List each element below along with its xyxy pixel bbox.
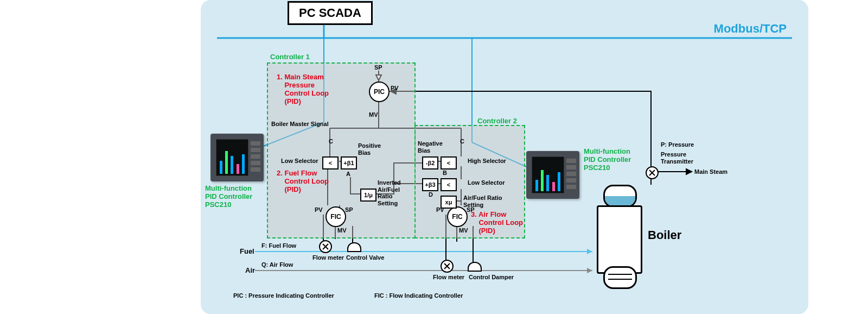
fic-fuel-node: FIC: [326, 206, 346, 227]
pic-node: PIC: [369, 81, 390, 102]
sp-tag-pic: SP: [374, 64, 382, 71]
svg-marker-7: [587, 249, 592, 254]
air-control-damper-icon: [468, 262, 482, 272]
air-damper-tag: Control Damper: [469, 274, 514, 281]
svg-marker-33: [686, 169, 692, 174]
high-selector: <: [441, 156, 457, 169]
bus-label: Modbus/TCP: [714, 22, 787, 35]
bias-pos-b3: +β3: [422, 178, 438, 191]
burner-icon: [603, 266, 637, 289]
psc210-device-left: [210, 134, 264, 181]
pressure-tx-tag: Pressure Transmitter: [661, 151, 693, 165]
fuel-control-valve-icon: [347, 242, 361, 252]
psc210-device-right: [526, 151, 579, 199]
bias-neg-b2: -β2: [422, 156, 438, 169]
mv-tag-fic-r: MV: [459, 227, 468, 234]
steam-drum-icon: [603, 185, 637, 208]
pos-bias-tag: Positive Bias: [358, 142, 381, 156]
c-tag-left: C: [329, 138, 333, 145]
inv-ratio-box: 1/μ: [360, 189, 376, 202]
a-tag: A: [346, 171, 350, 178]
psc210-label-left: Multi-function PID Controller PSC210: [205, 185, 252, 209]
fuel-valve-tag: Control Valve: [346, 254, 384, 261]
inv-ratio-tag: Inverted Air/Fuel Ratio Setting: [378, 179, 401, 207]
sp-tag-fic-r: SP: [467, 206, 475, 213]
pc-scada-box: PC SCADA: [288, 1, 373, 25]
c-tag-right: C: [460, 138, 464, 145]
low-sel-right-tag: Low Selector: [468, 179, 505, 186]
neg-bias-tag: Negative Bias: [418, 140, 443, 154]
pressure-transmitter-icon: [646, 166, 659, 179]
low-selector-right: <: [441, 178, 457, 191]
svg-marker-9: [587, 268, 592, 273]
mv-tag-pic: MV: [369, 111, 378, 118]
controller-1-title: Controller 1: [270, 53, 310, 61]
b-tag: B: [443, 169, 447, 177]
main-steam-tag: Main Steam: [694, 168, 727, 175]
bms-tag: Boiler Master Signal: [271, 121, 329, 128]
controller-2-title: Controller 2: [477, 117, 517, 125]
psc210-label-right: Multi-function PID Controller PSC210: [584, 148, 631, 172]
low-selector-left: <: [322, 156, 339, 169]
d-tag: D: [429, 191, 433, 198]
boiler-vessel-icon: [597, 205, 642, 274]
loop-3-label: 3. Air Flow Control Loop (PID): [471, 211, 523, 235]
mv-tag-fic-l: MV: [337, 227, 347, 234]
fic-air-node: FIC: [447, 206, 468, 227]
low-sel-left-tag: Low Selector: [281, 158, 318, 165]
loop-2-label: 2. Fuel Flow Control Loop (PID): [277, 169, 329, 194]
diagram-panel: PC SCADA Modbus/TCP Controller 1 Control…: [201, 0, 808, 314]
air-pipe-label: Air: [245, 267, 255, 275]
high-sel-tag: High Selector: [468, 158, 506, 165]
pv-tag-fic-r: PV: [436, 206, 444, 213]
loop-1-label: 1. Main Steam Pressure Control Loop (PID…: [277, 73, 329, 106]
legend-fic: FIC : Flow Indicating Controller: [374, 292, 463, 299]
q-def-tag: Q: Air Flow: [261, 261, 293, 268]
pv-tag-fic-l: PV: [315, 206, 323, 213]
f-def-tag: F: Fuel Flow: [261, 242, 296, 249]
bias-pos-b1: +β1: [341, 156, 357, 169]
fuel-pipe-label: Fuel: [240, 248, 254, 256]
air-flowmeter-tag: Flow meter: [433, 274, 464, 281]
legend-pic: PIC : Pressure Indicating Controller: [233, 292, 334, 299]
boiler-label: Boiler: [648, 228, 681, 242]
fuel-flow-meter-icon: [319, 240, 332, 253]
p-pressure-tag: P: Pressure: [661, 141, 694, 148]
sp-tag-fic-l: SP: [345, 206, 353, 213]
pv-tag-pic: PV: [391, 85, 399, 92]
fuel-flowmeter-tag: Flow meter: [312, 254, 344, 261]
air-flow-meter-icon: [441, 260, 454, 273]
